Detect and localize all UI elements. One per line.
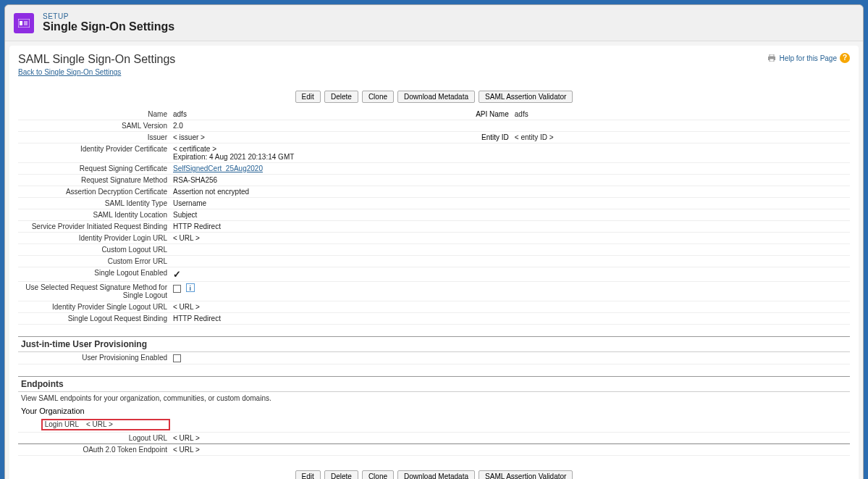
entity-id-label: Entity ID [454,132,512,143]
saml-id-loc-label: SAML Identity Location [18,209,170,221]
download-metadata-button-bottom[interactable]: Download Metadata [397,470,475,479]
download-metadata-button[interactable]: Download Metadata [397,91,475,103]
use-selected-sig-label: Use Selected Request Signature Method fo… [18,282,170,301]
clone-button-bottom[interactable]: Clone [362,470,394,479]
printer-icon [767,54,777,62]
name-label: Name [18,109,170,120]
entity-id-value: < entity ID > [512,132,850,143]
svg-rect-7 [770,59,774,62]
header-panel: SETUP Single Sign-On Settings [5,5,863,41]
req-sign-cert-link[interactable]: SelfSignedCert_25Aug2020 [173,164,263,172]
edit-button[interactable]: Edit [295,91,321,103]
logout-url-label: Logout URL [18,432,170,443]
login-url-label: Login URL [43,420,86,428]
sso-settings-icon [14,13,34,33]
saml-version-label: SAML Version [18,120,170,132]
edit-button-bottom[interactable]: Edit [295,470,321,479]
login-url-highlight: Login URL< URL > [41,419,170,430]
detail-table: Name adfs API Name adfs SAML Version 2.0… [18,109,850,325]
delete-button[interactable]: Delete [324,91,358,103]
custom-logout-value [170,244,850,256]
assertion-decrypt-value: Assertion not encrypted [170,186,850,198]
issuer-value: < issuer > [170,132,454,143]
content-panel: Help for this Page ? SAML Single Sign-On… [9,46,859,479]
assertion-decrypt-label: Assertion Decryption Certificate [18,186,170,198]
idp-cert-line1: < certificate > [173,145,847,153]
help-question-icon[interactable]: ? [840,53,850,63]
endpoints-description: View SAML endpoints for your organizatio… [18,392,850,404]
top-button-row: Edit Delete Clone Download Metadata SAML… [18,91,850,103]
checkbox-unchecked-icon [173,285,181,293]
back-link[interactable]: Back to Single Sign-On Settings [18,68,121,76]
oauth-endpoint-label: OAuth 2.0 Token Endpoint [18,443,170,455]
sp-binding-value: HTTP Redirect [170,221,850,233]
issuer-label: Issuer [18,132,170,143]
saml-validator-button-bottom[interactable]: SAML Assertion Validator [479,470,573,479]
idp-cert-label: Identity Provider Certificate [18,143,170,163]
idp-cert-line2: Expiration: 4 Aug 2021 20:13:14 GMT [173,153,847,161]
endpoints-section-header: Endpoints [18,376,850,392]
slo-enabled-label: Single Logout Enabled [18,267,170,282]
slo-binding-label: Single Logout Request Binding [18,313,170,325]
slo-binding-value: HTTP Redirect [170,313,850,325]
page-heading: SAML Single Sign-On Settings [18,53,850,66]
name-value: adfs [170,109,454,120]
header-text: SETUP Single Sign-On Settings [43,12,174,33]
idp-slo-url-label: Identity Provider Single Logout URL [18,301,170,313]
clone-button[interactable]: Clone [362,91,394,103]
endpoints-table: Login URL< URL > Logout URL < URL > OAut… [18,417,850,456]
jit-table: User Provisioning Enabled [18,352,850,365]
logout-url-value: < URL > [170,432,850,443]
custom-logout-label: Custom Logout URL [18,244,170,256]
jit-checkbox-icon [173,354,181,362]
jit-section-header: Just-in-time User Provisioning [18,336,850,352]
saml-id-type-value: Username [170,198,850,209]
req-sig-method-label: Request Signature Method [18,175,170,186]
saml-validator-button[interactable]: SAML Assertion Validator [479,91,573,103]
setup-breadcrumb: SETUP [43,12,174,20]
checkmark-icon: ✓ [173,269,181,280]
saml-id-type-label: SAML Identity Type [18,198,170,209]
help-link-text: Help for this Page [780,54,838,62]
your-org-label: Your Organization [18,404,850,417]
custom-error-value [170,256,850,267]
idp-slo-url-value: < URL > [170,301,850,313]
info-icon[interactable]: i [186,283,195,292]
svg-rect-1 [20,21,22,25]
saml-version-value: 2.0 [170,120,850,132]
req-sign-cert-label: Request Signing Certificate [18,163,170,175]
oauth-endpoint-value: < URL > [170,443,850,455]
custom-error-label: Custom Error URL [18,256,170,267]
api-name-value: adfs [512,109,850,120]
api-name-label: API Name [454,109,512,120]
page-title: Single Sign-On Settings [43,20,174,33]
bottom-button-row: Edit Delete Clone Download Metadata SAML… [18,470,850,479]
idp-login-url-value: < URL > [170,233,850,244]
login-url-value: < URL > [86,420,166,428]
svg-rect-6 [770,54,774,57]
sp-binding-label: Service Provider Initiated Request Bindi… [18,221,170,233]
saml-id-loc-value: Subject [170,209,850,221]
help-link[interactable]: Help for this Page ? [767,53,851,63]
outer-frame: SETUP Single Sign-On Settings Help for t… [4,4,864,479]
delete-button-bottom[interactable]: Delete [324,470,358,479]
jit-enabled-label: User Provisioning Enabled [18,352,170,364]
idp-login-url-label: Identity Provider Login URL [18,233,170,244]
req-sig-method-value: RSA-SHA256 [170,175,850,186]
idp-cert-value: < certificate > Expiration: 4 Aug 2021 2… [170,143,850,163]
